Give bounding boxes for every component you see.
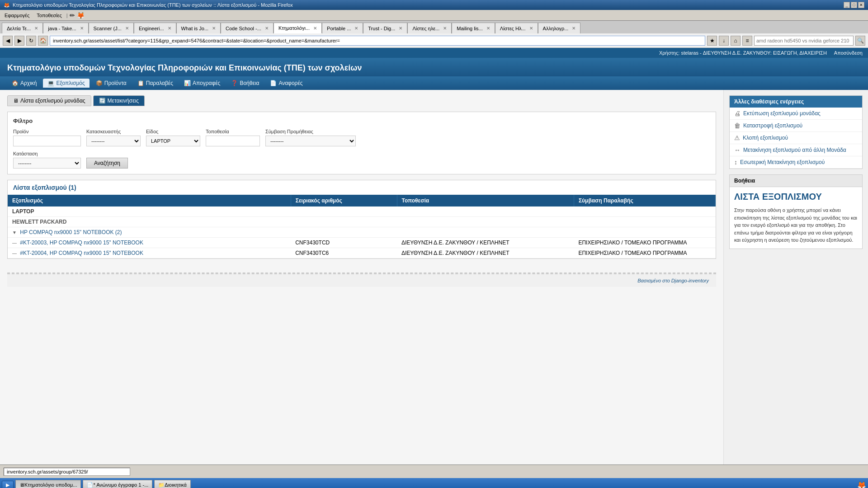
location-label: Τοποθεσία bbox=[206, 129, 260, 134]
equipment-table: Εξοπλισμός Σειριακός αριθμός Τοποθεσία Σ… bbox=[8, 195, 716, 258]
subtab-list[interactable]: 🖥 Λίστα εξοπλισμού μονάδας bbox=[7, 95, 91, 106]
close-button[interactable]: ✕ bbox=[858, 2, 864, 8]
tab-10[interactable]: Mailing lis... ✕ bbox=[452, 23, 495, 33]
item-link-0[interactable]: #KT-20003, HP COMPAQ nx9000 15" NOTEBOOK bbox=[20, 239, 143, 246]
group-row-laptop: LAPTOP bbox=[8, 206, 716, 217]
logout-link[interactable]: Αποσύνδεση bbox=[834, 50, 863, 56]
nav-products[interactable]: 📦 Προϊόντα bbox=[91, 79, 131, 88]
tab-1[interactable]: java - Take... ✕ bbox=[43, 23, 88, 33]
home-icon-button[interactable]: ⌂ bbox=[731, 36, 741, 46]
tab-close-8[interactable]: ✕ bbox=[399, 26, 402, 31]
nav-home[interactable]: 🏠 Αρχική bbox=[7, 79, 41, 88]
search-button[interactable]: Αναζήτηση bbox=[86, 158, 128, 169]
forward-button[interactable]: ▶ bbox=[14, 36, 24, 46]
bottom-area: Βασισμένο στο Django-inventory bbox=[7, 273, 716, 287]
help-section-title: Βοήθεια bbox=[730, 175, 862, 187]
tab-close-11[interactable]: ✕ bbox=[529, 26, 533, 31]
tab-6[interactable]: Κτηματολόγι... ✕ bbox=[274, 23, 322, 33]
tab-7[interactable]: Portable ... ✕ bbox=[322, 23, 363, 33]
nav-deliveries[interactable]: 📋 Παραλαβές bbox=[133, 79, 178, 88]
type-select[interactable]: LAPTOP bbox=[146, 136, 200, 146]
nav-inventory-label: Απογραφές bbox=[193, 80, 220, 86]
filter-section: Φίλτρο Προϊόν Κατασκευαστής -------- Είδ… bbox=[7, 112, 716, 174]
taskbar-window-1[interactable]: 📄 * Ανώνυμο έγγραφο 1 -... bbox=[83, 480, 152, 488]
products-nav-icon: 📦 bbox=[96, 80, 103, 86]
url-input[interactable] bbox=[50, 36, 705, 46]
tab-close-5[interactable]: ✕ bbox=[265, 26, 269, 31]
parent-row-hpcompaq[interactable]: ▼ HP COMPAQ nx9000 15" NOTEBOOK (2) bbox=[8, 227, 716, 238]
tab-11[interactable]: Λίστες Ηλ... ✕ bbox=[495, 23, 538, 33]
sidebar-action-2[interactable]: ⚠ Κλοπή εξοπλισμού bbox=[730, 132, 862, 144]
filter-row-2: Κατάσταση -------- Αναζήτηση bbox=[13, 151, 710, 169]
col-equipment: Εξοπλισμός bbox=[8, 195, 291, 206]
tab-close-2[interactable]: ✕ bbox=[125, 26, 129, 31]
subgroup-name-hp: HEWLETT PACKARD bbox=[8, 217, 716, 227]
minimize-button[interactable]: _ bbox=[844, 2, 850, 8]
bookmark-button[interactable]: ★ bbox=[707, 36, 717, 46]
applications-menu[interactable]: Εφαρμογές bbox=[2, 12, 32, 19]
locations-menu[interactable]: Τοποθεσίες bbox=[34, 12, 64, 19]
main-content: Χρήστης: stelaras - ΔΙΕΥΘΥΝΣΗ Δ.Ε. ΖΑΚΥΝ… bbox=[0, 48, 868, 465]
condition-select[interactable]: -------- bbox=[13, 158, 81, 169]
tab-close-7[interactable]: ✕ bbox=[354, 26, 358, 31]
title-bar-buttons[interactable]: _ □ ✕ bbox=[844, 2, 864, 8]
back-button[interactable]: ◀ bbox=[3, 36, 13, 46]
search-icon[interactable]: 🔍 bbox=[855, 36, 865, 46]
filter-title: Φίλτρο bbox=[13, 117, 710, 124]
tab-3[interactable]: Engineeri... ✕ bbox=[134, 23, 176, 33]
parent-link-hpcompaq[interactable]: HP COMPAQ nx9000 15" NOTEBOOK (2) bbox=[20, 229, 122, 235]
nav-inventory[interactable]: 📊 Απογραφές bbox=[179, 79, 225, 88]
tab-close-6[interactable]: ✕ bbox=[313, 26, 317, 31]
tab-close-9[interactable]: ✕ bbox=[443, 26, 447, 31]
taskbar-icon-edit[interactable]: ✏ bbox=[70, 12, 75, 19]
home-button[interactable]: 🏠 bbox=[38, 36, 48, 46]
status-url: inventory.sch.gr/assets/group/67329/ bbox=[4, 468, 130, 476]
tab-close-0[interactable]: ✕ bbox=[34, 26, 38, 31]
destroy-icon: 🗑 bbox=[734, 122, 741, 129]
nav-reports[interactable]: 📄 Αναφορές bbox=[265, 79, 307, 88]
location-input[interactable] bbox=[206, 136, 260, 146]
product-input[interactable] bbox=[13, 136, 81, 146]
tab-8[interactable]: Trust - Dig... ✕ bbox=[363, 23, 407, 33]
tab-9[interactable]: Λίστες ηλε... ✕ bbox=[407, 23, 452, 33]
tab-close-12[interactable]: ✕ bbox=[572, 26, 576, 31]
item-id-1: — #KT-20004, HP COMPAQ nx9000 15" NOTEBO… bbox=[8, 248, 291, 258]
sidebar-action-3[interactable]: ↔ Μετακίνηση εξοπλισμού από άλλη Μονάδα bbox=[730, 144, 862, 156]
tab-close-10[interactable]: ✕ bbox=[486, 26, 490, 31]
inventory-nav-icon: 📊 bbox=[184, 80, 191, 86]
filter-type-group: Είδος LAPTOP bbox=[146, 129, 200, 146]
sidebar-action-label-2: Κλοπή εξοπλισμού bbox=[743, 135, 788, 141]
sub-tabs: 🖥 Λίστα εξοπλισμού μονάδας 🔄 Μετακινήσει… bbox=[7, 95, 716, 106]
sidebar-action-4[interactable]: ↕ Εσωτερική Μετακίνηση εξοπλισμού bbox=[730, 156, 862, 169]
tab-5[interactable]: Code School -... ✕ bbox=[221, 23, 274, 33]
taskbar-window-0[interactable]: 🖥 Κτηματολόγιο υποδομ... bbox=[15, 480, 81, 488]
tab-4[interactable]: What is Jo... ✕ bbox=[176, 23, 221, 33]
download-button[interactable]: ↓ bbox=[719, 36, 729, 46]
maximize-button[interactable]: □ bbox=[851, 2, 857, 8]
nav-help[interactable]: ❓ Βοήθεια bbox=[226, 79, 264, 88]
subtab-movements[interactable]: 🔄 Μετακινήσεις bbox=[93, 95, 145, 106]
sidebar-action-0[interactable]: 🖨 Εκτύπωση εξοπλισμού μονάδας bbox=[730, 108, 862, 120]
tab-12[interactable]: Αλληλογρ... ✕ bbox=[538, 23, 581, 33]
taskbar-window-label-0: Κτηματολόγιο υποδομ... bbox=[24, 482, 77, 488]
search-input[interactable] bbox=[754, 36, 854, 46]
transfer-icon: ↔ bbox=[734, 146, 741, 154]
settings-button[interactable]: ≡ bbox=[742, 36, 752, 46]
sidebar-action-label-1: Καταστροφή εξοπλισμού bbox=[743, 122, 802, 129]
tab-0[interactable]: Δελτία Τε... ✕ bbox=[2, 23, 43, 33]
tab-2[interactable]: Scanner (J... ✕ bbox=[89, 23, 134, 33]
manufacturer-select[interactable]: -------- bbox=[86, 136, 141, 146]
item-link-1[interactable]: #KT-20004, HP COMPAQ nx9000 15" NOTEBOOK bbox=[20, 250, 143, 256]
sidebar-action-1[interactable]: 🗑 Καταστροφή εξοπλισμού bbox=[730, 120, 862, 132]
contract-select[interactable]: -------- bbox=[265, 136, 356, 146]
start-button[interactable]: ▶ bbox=[2, 481, 14, 488]
tab-close-1[interactable]: ✕ bbox=[80, 26, 84, 31]
collapse-icon[interactable]: ▼ bbox=[12, 230, 17, 235]
taskbar-icon-browser[interactable]: 🦊 bbox=[77, 12, 85, 19]
user-bar: Χρήστης: stelaras - ΔΙΕΥΘΥΝΣΗ Δ.Ε. ΖΑΚΥΝ… bbox=[0, 48, 868, 58]
tab-close-4[interactable]: ✕ bbox=[212, 26, 216, 31]
nav-equipment[interactable]: 💻 Εξοπλισμός bbox=[43, 79, 89, 88]
tab-close-3[interactable]: ✕ bbox=[168, 26, 171, 31]
reload-button[interactable]: ↻ bbox=[26, 36, 36, 46]
taskbar-window-2[interactable]: 📁 Διοικητικά bbox=[154, 480, 191, 488]
